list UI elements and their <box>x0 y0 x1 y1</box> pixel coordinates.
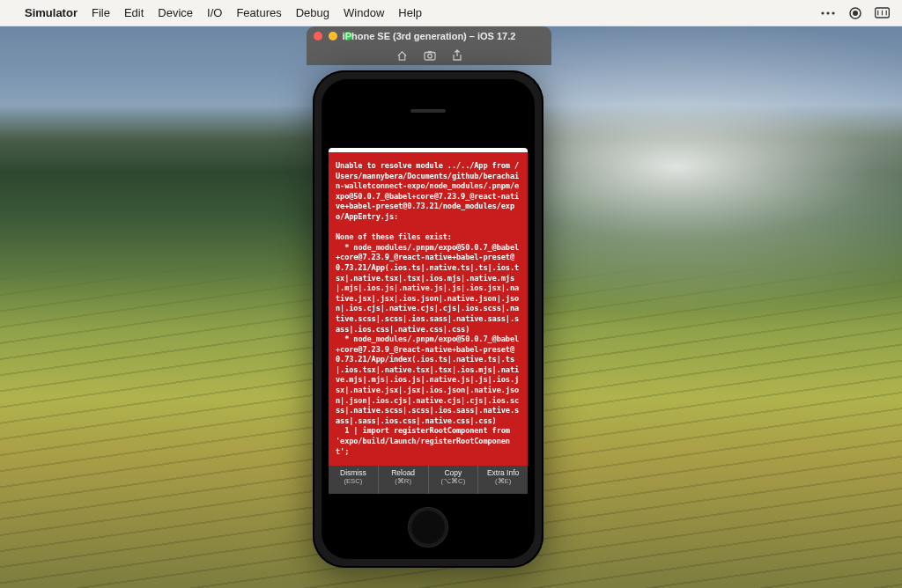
svg-point-2 <box>832 11 834 14</box>
simulator-titlebar[interactable]: iPhone SE (3rd generation) – iOS 17.2 <box>307 26 551 46</box>
home-button[interactable] <box>409 508 447 547</box>
svg-rect-11 <box>428 51 432 53</box>
menu-edit[interactable]: Edit <box>124 6 144 19</box>
close-icon[interactable] <box>314 32 322 40</box>
menu-device[interactable]: Device <box>158 6 193 19</box>
svg-point-4 <box>853 11 858 16</box>
simulator-window: iPhone SE (3rd generation) – iOS 17.2 <box>307 26 551 65</box>
action-shortcut: (⌥⌘C) <box>429 477 478 485</box>
reload-button[interactable]: Reload (⌘R) <box>379 466 429 494</box>
overflow-icon[interactable] <box>820 5 835 20</box>
device-screen: Unable to resolve module ../../App from … <box>322 79 535 559</box>
iphone-device-frame: Unable to resolve module ../../App from … <box>313 70 543 568</box>
traffic-lights <box>314 32 352 40</box>
svg-point-1 <box>826 11 829 14</box>
dismiss-button[interactable]: Dismiss (ESC) <box>329 466 379 494</box>
action-label: Extra Info <box>478 468 528 477</box>
minimize-icon[interactable] <box>329 32 337 40</box>
svg-point-10 <box>427 54 432 58</box>
keyboard-icon[interactable] <box>875 5 890 20</box>
device-top-bezel <box>322 79 535 148</box>
action-shortcut: (⌘R) <box>379 477 428 485</box>
extra-info-button[interactable]: Extra Info (⌘E) <box>478 466 528 494</box>
menu-features[interactable]: Features <box>236 6 281 19</box>
share-icon[interactable] <box>452 49 462 62</box>
action-shortcut: (ESC) <box>329 477 378 485</box>
error-action-bar: Dismiss (ESC) Reload (⌘R) Copy (⌥⌘C) Ext… <box>329 466 528 494</box>
action-label: Reload <box>379 468 428 477</box>
copy-button[interactable]: Copy (⌥⌘C) <box>429 466 479 494</box>
home-icon[interactable] <box>396 50 408 62</box>
simulator-toolbar <box>307 46 551 65</box>
react-native-error-overlay[interactable]: Unable to resolve module ../../App from … <box>329 152 528 466</box>
action-label: Dismiss <box>329 468 378 477</box>
screenshot-icon[interactable] <box>424 50 436 61</box>
svg-point-0 <box>821 11 824 14</box>
action-label: Copy <box>429 468 478 477</box>
menu-window[interactable]: Window <box>344 6 384 19</box>
speaker-grille <box>410 109 446 113</box>
menu-bar-right <box>820 5 890 20</box>
menu-io[interactable]: I/O <box>207 6 222 19</box>
menu-help[interactable]: Help <box>398 6 422 19</box>
macos-menu-bar: Simulator File Edit Device I/O Features … <box>0 0 902 26</box>
maximize-icon[interactable] <box>344 32 352 40</box>
action-shortcut: (⌘E) <box>478 477 528 485</box>
menu-app-name[interactable]: Simulator <box>25 6 78 19</box>
menu-debug[interactable]: Debug <box>296 6 329 19</box>
menu-file[interactable]: File <box>92 6 110 19</box>
record-icon[interactable] <box>847 5 862 20</box>
